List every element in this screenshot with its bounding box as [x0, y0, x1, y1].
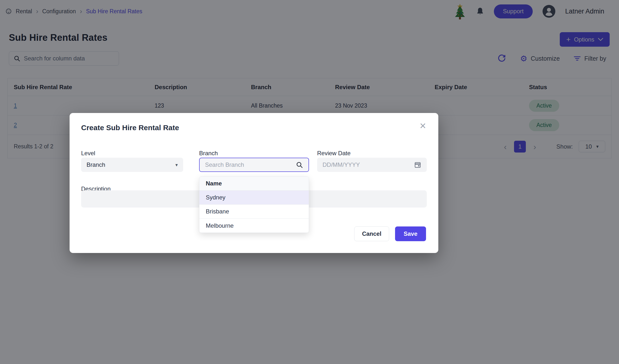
- level-select-value: Branch: [87, 161, 105, 168]
- dropdown-option-brisbane[interactable]: Brisbane: [199, 205, 309, 219]
- modal-actions: Cancel Save: [354, 226, 426, 241]
- calendar-icon[interactable]: [414, 161, 421, 168]
- branch-dropdown: Name Sydney Brisbane Melbourne: [199, 176, 309, 233]
- dropdown-header: Name: [199, 177, 309, 191]
- dropdown-option-sydney[interactable]: Sydney: [199, 191, 309, 205]
- search-icon: [296, 161, 303, 168]
- review-date-field: [317, 158, 427, 172]
- branch-search-input[interactable]: [205, 161, 296, 168]
- modal-title: Create Sub Hire Rental Rate: [81, 124, 179, 132]
- save-button[interactable]: Save: [395, 226, 426, 241]
- review-date-input[interactable]: [323, 161, 414, 168]
- close-icon[interactable]: ×: [420, 120, 426, 131]
- app-root: Rental › Configuration › Sub Hire Rental…: [0, 0, 619, 364]
- create-rate-modal: Create Sub Hire Rental Rate × Level Bran…: [70, 113, 438, 253]
- branch-search-field: [199, 158, 309, 172]
- level-label: Level: [81, 150, 95, 157]
- caret-down-icon: ▾: [175, 163, 178, 167]
- cancel-button[interactable]: Cancel: [354, 226, 389, 241]
- level-select[interactable]: Branch ▾: [81, 158, 183, 172]
- branch-label: Branch: [199, 150, 218, 157]
- dropdown-option-melbourne[interactable]: Melbourne: [199, 219, 309, 233]
- review-date-label: Review Date: [317, 150, 351, 157]
